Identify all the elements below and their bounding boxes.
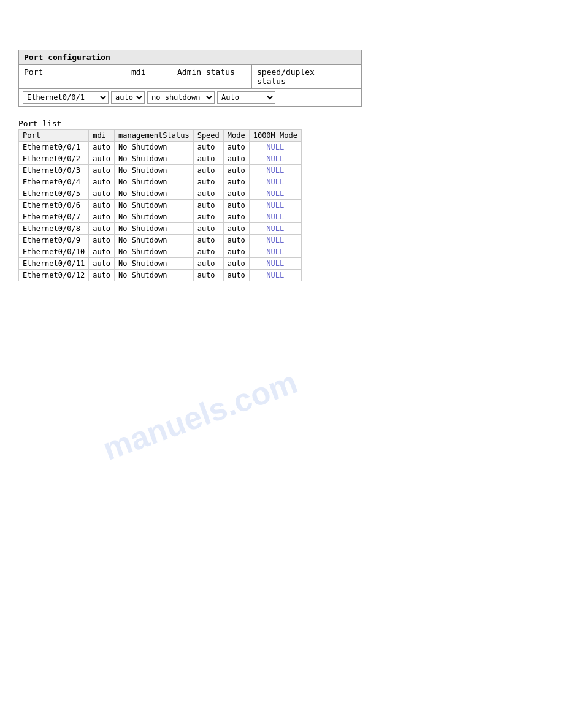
null-cell: NULL (249, 211, 301, 223)
data-cell: auto (193, 258, 223, 270)
status-cell: No Shutdown (115, 142, 194, 153)
null-cell: NULL (249, 223, 301, 235)
data-cell: auto (223, 211, 249, 223)
data-cell: auto (193, 142, 223, 153)
table-row: Ethernet0/0/7autoNo ShutdownautoautoNULL (19, 211, 302, 223)
port-config-box: Port configuration Port mdi Admin status… (18, 50, 362, 107)
watermark: manuels.com (98, 363, 302, 468)
table-row: Ethernet0/0/1autoNo ShutdownautoautoNULL (19, 142, 302, 153)
port-cell: Ethernet0/0/4 (19, 176, 89, 188)
data-cell: auto (193, 188, 223, 200)
mdi-select[interactable]: automdimdix (111, 91, 145, 104)
table-row: Ethernet0/0/4autoNo ShutdownautoautoNULL (19, 176, 302, 188)
data-cell: auto (89, 165, 115, 176)
table-row: Ethernet0/0/2autoNo ShutdownautoautoNULL (19, 153, 302, 165)
port-cell: Ethernet0/0/6 (19, 200, 89, 211)
port-select[interactable]: Ethernet0/0/1Ethernet0/0/2Ethernet0/0/3E… (23, 91, 109, 104)
port-cell: Ethernet0/0/10 (19, 246, 89, 258)
null-cell: NULL (249, 142, 301, 153)
col-header-speed: speed/duplex status (252, 65, 332, 88)
th-speed: Speed (193, 130, 223, 142)
port-cell: Ethernet0/0/1 (19, 142, 89, 153)
th-port: Port (19, 130, 89, 142)
data-cell: auto (89, 200, 115, 211)
port-cell: Ethernet0/0/9 (19, 235, 89, 246)
data-cell: auto (223, 200, 249, 211)
th-management-status: managementStatus (115, 130, 194, 142)
th-mode: Mode (223, 130, 249, 142)
data-cell: auto (193, 270, 223, 281)
port-cell: Ethernet0/0/7 (19, 211, 89, 223)
port-cell: Ethernet0/0/5 (19, 188, 89, 200)
data-cell: auto (223, 246, 249, 258)
port-cell: Ethernet0/0/8 (19, 223, 89, 235)
data-cell: auto (193, 246, 223, 258)
table-row: Ethernet0/0/10autoNo ShutdownautoautoNUL… (19, 246, 302, 258)
data-cell: auto (89, 270, 115, 281)
status-cell: No Shutdown (115, 176, 194, 188)
data-cell: auto (89, 223, 115, 235)
data-cell: auto (223, 258, 249, 270)
null-cell: NULL (249, 176, 301, 188)
col-header-port: Port (19, 65, 126, 88)
null-cell: NULL (249, 235, 301, 246)
col-header-admin: Admin status (172, 65, 252, 88)
data-cell: auto (193, 176, 223, 188)
port-config-header-row: Port mdi Admin status speed/duplex statu… (19, 65, 361, 89)
status-cell: No Shutdown (115, 211, 194, 223)
port-list-section: Port list Port mdi managementStatus Spee… (18, 119, 545, 281)
null-cell: NULL (249, 246, 301, 258)
data-cell: auto (193, 153, 223, 165)
data-cell: auto (193, 223, 223, 235)
null-cell: NULL (249, 153, 301, 165)
port-list-title: Port list (18, 119, 545, 128)
status-cell: No Shutdown (115, 200, 194, 211)
table-row: Ethernet0/0/8autoNo ShutdownautoautoNULL (19, 223, 302, 235)
port-list-body: Ethernet0/0/1autoNo ShutdownautoautoNULL… (19, 142, 302, 281)
table-row: Ethernet0/0/12autoNo ShutdownautoautoNUL… (19, 270, 302, 281)
data-cell: auto (193, 165, 223, 176)
admin-select[interactable]: no shutdownshutdown (147, 91, 215, 104)
data-cell: auto (193, 235, 223, 246)
data-cell: auto (193, 200, 223, 211)
null-cell: NULL (249, 200, 301, 211)
null-cell: NULL (249, 188, 301, 200)
data-cell: auto (89, 142, 115, 153)
port-cell: Ethernet0/0/12 (19, 270, 89, 281)
data-cell: auto (89, 258, 115, 270)
port-config-input-row: Ethernet0/0/1Ethernet0/0/2Ethernet0/0/3E… (19, 89, 361, 106)
table-row: Ethernet0/0/9autoNo ShutdownautoautoNULL (19, 235, 302, 246)
status-cell: No Shutdown (115, 188, 194, 200)
data-cell: auto (223, 235, 249, 246)
data-cell: auto (223, 165, 249, 176)
data-cell: auto (89, 188, 115, 200)
table-row: Ethernet0/0/3autoNo ShutdownautoautoNULL (19, 165, 302, 176)
data-cell: auto (89, 211, 115, 223)
data-cell: auto (89, 235, 115, 246)
status-cell: No Shutdown (115, 246, 194, 258)
speed-select[interactable]: Auto10M-HD10M-FD100M-HD100M-FD1000M-FD (217, 91, 275, 104)
data-cell: auto (193, 211, 223, 223)
th-1000m-mode: 1000M Mode (249, 130, 301, 142)
status-cell: No Shutdown (115, 235, 194, 246)
data-cell: auto (223, 188, 249, 200)
status-cell: No Shutdown (115, 153, 194, 165)
data-cell: auto (223, 142, 249, 153)
port-config-title: Port configuration (19, 50, 361, 65)
status-cell: No Shutdown (115, 270, 194, 281)
data-cell: auto (89, 176, 115, 188)
null-cell: NULL (249, 270, 301, 281)
status-cell: No Shutdown (115, 258, 194, 270)
port-cell: Ethernet0/0/2 (19, 153, 89, 165)
th-mdi: mdi (89, 130, 115, 142)
port-cell: Ethernet0/0/3 (19, 165, 89, 176)
data-cell: auto (89, 246, 115, 258)
data-cell: auto (89, 153, 115, 165)
port-cell: Ethernet0/0/11 (19, 258, 89, 270)
data-cell: auto (223, 153, 249, 165)
data-cell: auto (223, 176, 249, 188)
data-cell: auto (223, 270, 249, 281)
null-cell: NULL (249, 165, 301, 176)
table-row: Ethernet0/0/6autoNo ShutdownautoautoNULL (19, 200, 302, 211)
status-cell: No Shutdown (115, 165, 194, 176)
